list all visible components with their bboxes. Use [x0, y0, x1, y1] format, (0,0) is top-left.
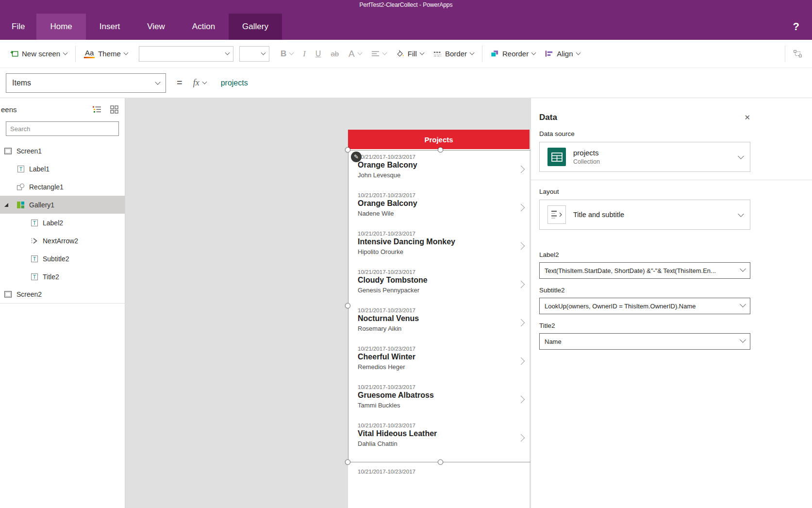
text-align-button[interactable]: [367, 47, 391, 61]
fill-button[interactable]: Fill: [392, 47, 428, 61]
field-label: Label2: [539, 251, 750, 258]
tree-item-title2[interactable]: T Title2: [0, 268, 125, 286]
menu-file[interactable]: File: [0, 14, 36, 40]
align-button[interactable]: Align: [541, 47, 584, 61]
menu-gallery[interactable]: Gallery: [229, 14, 282, 40]
formula-expression[interactable]: projects: [221, 79, 248, 87]
menu-view[interactable]: View: [133, 14, 179, 40]
search-input[interactable]: [10, 125, 115, 133]
next-arrow-icon[interactable]: [517, 281, 525, 288]
label-icon: T: [30, 255, 38, 263]
screen-icon: [4, 147, 12, 155]
tree-view-icon[interactable]: [91, 104, 102, 115]
menu-home[interactable]: Home: [36, 14, 85, 40]
label2-field-select[interactable]: Text(ThisItem.StartDate, ShortDate) &"-"…: [539, 262, 750, 279]
resize-handle-bottom-middle[interactable]: [438, 459, 443, 465]
gallery-item[interactable]: 10/21/2017-10/23/2017 Orange Balcony Nad…: [348, 187, 530, 226]
tree-item-screen1[interactable]: Screen1: [0, 142, 125, 160]
font-size-select[interactable]: [239, 46, 269, 62]
resize-handle-middle-left[interactable]: [345, 303, 350, 308]
italic-button[interactable]: I: [298, 46, 310, 62]
chevron-down-icon: [289, 51, 294, 55]
menu-action[interactable]: Action: [179, 14, 229, 40]
gallery-item[interactable]: 10/21/2017-10/23/2017 Orange Balcony Joh…: [348, 149, 530, 187]
title2-field-select[interactable]: Name: [539, 333, 750, 350]
tree-item-label2[interactable]: T Label2: [0, 214, 125, 232]
toolbar-separator: [75, 46, 76, 62]
next-arrow-icon[interactable]: [517, 319, 525, 327]
toolbar-separator: [482, 46, 482, 62]
next-arrow-icon[interactable]: [517, 242, 525, 250]
tree-item-label: NextArrow2: [43, 237, 78, 245]
tree-item-label: Label1: [29, 165, 50, 173]
strikethrough-icon: ab: [331, 50, 339, 58]
screen-icon: [4, 290, 12, 298]
tree-item-screen2[interactable]: Screen2: [0, 286, 125, 304]
tree-item-subtitle2[interactable]: T Subtitle2: [0, 250, 125, 268]
help-button[interactable]: ?: [780, 14, 812, 40]
gallery-item-title: Nocturnal Venus: [358, 314, 515, 323]
next-arrow-icon[interactable]: [517, 434, 525, 442]
next-arrow-icon[interactable]: [517, 357, 525, 365]
new-screen-icon: [10, 50, 18, 58]
gallery-item[interactable]: 10/21/2017-10/23/2017 Nocturnal Venus Ro…: [348, 303, 530, 341]
thumbnail-view-icon[interactable]: [108, 104, 120, 115]
border-button[interactable]: Border: [429, 47, 478, 61]
layout-select[interactable]: Title and subtitle: [539, 200, 750, 230]
strikethrough-button[interactable]: ab: [326, 47, 343, 61]
subtitle2-field-select[interactable]: LookUp(owners, OwnerID = ThisItem.OwnerI…: [539, 298, 750, 314]
next-arrow-icon[interactable]: [517, 204, 525, 212]
gallery-item[interactable]: 10/21/2017-10/23/2017 Cheerful Winter Re…: [348, 341, 530, 379]
resize-handle-top-left[interactable]: [345, 147, 350, 152]
font-family-select[interactable]: [139, 46, 233, 62]
property-select[interactable]: Items: [6, 73, 166, 93]
close-icon[interactable]: ✕: [744, 113, 750, 122]
gallery-item-date: 10/21/2017-10/23/2017: [348, 456, 530, 474]
underline-button[interactable]: U: [311, 47, 326, 61]
resize-handle-top-middle[interactable]: [438, 147, 443, 152]
design-canvas[interactable]: Projects 10/21/2017-10/23/2017 Orange Ba…: [125, 98, 530, 508]
field-value: LookUp(owners, OwnerID = ThisItem.OwnerI…: [545, 303, 696, 310]
edit-gallery-pencil-icon[interactable]: ✎: [351, 152, 362, 162]
menu-insert[interactable]: Insert: [86, 14, 134, 40]
gallery-header[interactable]: Projects: [348, 130, 530, 149]
tree-item-label1[interactable]: T Label1: [0, 160, 125, 178]
search-box: [6, 121, 119, 136]
gallery-icon: [17, 201, 25, 209]
gallery-item[interactable]: 10/21/2017-10/23/2017 Intensive Dancing …: [348, 226, 530, 264]
next-arrow-icon: [30, 237, 38, 245]
new-screen-button[interactable]: New screen: [6, 47, 71, 61]
gallery-item-subtitle: John Levesque: [358, 171, 515, 179]
gallery-item[interactable]: 10/21/2017-10/23/2017 Vital Hideous Leat…: [348, 418, 530, 456]
theme-label: Theme: [98, 50, 121, 58]
collapse-expander-icon[interactable]: [4, 203, 8, 207]
resize-handle-bottom-left[interactable]: [345, 459, 350, 465]
gallery-item-subtitle: Tammi Buckles: [358, 402, 515, 409]
gallery-item-title: Cloudy Tombstone: [358, 276, 515, 285]
chevron-down-icon: [225, 51, 230, 55]
data-source-select[interactable]: projects Collection: [539, 142, 750, 172]
gallery-item-title: Orange Balcony: [358, 161, 515, 169]
tree-item-rectangle1[interactable]: Rectangle1: [0, 178, 125, 196]
gallery-item[interactable]: 10/21/2017-10/23/2017 Gruesome Albatross…: [348, 379, 530, 418]
font-color-button[interactable]: A: [344, 46, 366, 62]
fx-button[interactable]: fx: [193, 78, 206, 88]
next-arrow-icon[interactable]: [517, 166, 525, 173]
bold-button[interactable]: B: [276, 46, 298, 62]
reorder-icon: [491, 50, 499, 58]
next-arrow-icon[interactable]: [517, 396, 525, 404]
gallery1-control[interactable]: Projects 10/21/2017-10/23/2017 Orange Ba…: [348, 130, 530, 508]
chevron-down-icon: [531, 51, 536, 55]
theme-button[interactable]: Aa Theme: [80, 46, 132, 61]
tree-item-gallery1[interactable]: Gallery1: [0, 196, 125, 214]
reorder-button[interactable]: Reorder: [486, 47, 540, 61]
group-button[interactable]: [789, 47, 806, 61]
tree-item-nextarrow2[interactable]: NextArrow2: [0, 232, 125, 250]
chevron-down-icon: [382, 51, 387, 55]
layout-label: Layout: [539, 188, 750, 195]
fx-label: fx: [193, 78, 199, 88]
font-color-icon: A: [348, 49, 355, 59]
gallery-item[interactable]: 10/21/2017-10/23/2017 Cloudy Tombstone G…: [348, 264, 530, 303]
layout-preview-icon: [547, 205, 566, 224]
text-align-icon: [371, 50, 380, 58]
